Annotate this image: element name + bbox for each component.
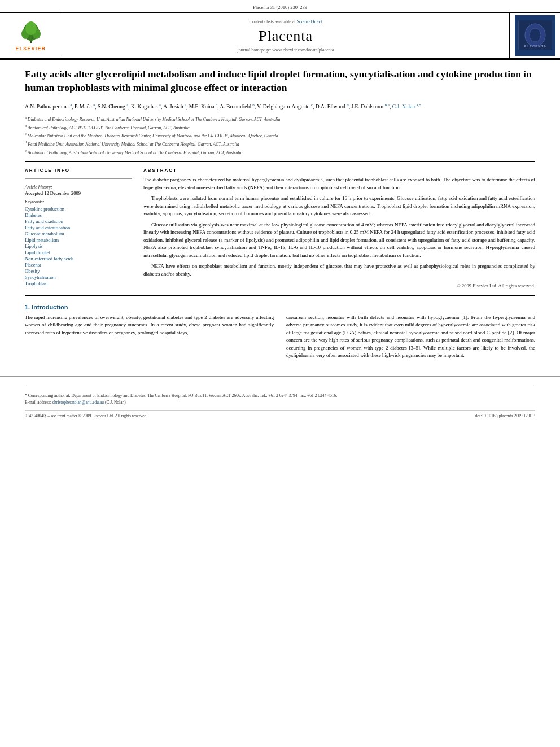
abstract-para-1: The diabetic pregnancy is characterized … [143,176,535,191]
svg-point-7 [530,28,541,42]
placenta-logo-box: PLACENTA [515,15,555,56]
footer-divider [25,387,535,387]
keyword-lipolysis[interactable]: Lipolysis [25,243,132,249]
keyword-lipid-droplet[interactable]: Lipid droplet [25,250,132,255]
keyword-placenta[interactable]: Placenta [25,262,132,268]
doi-text: Placenta 31 (2010) 230–239 [253,5,307,10]
intro-para-1: The rapid increasing prevalences of over… [25,314,274,337]
keyword-glucose[interactable]: Glucose metabolism [25,231,132,237]
corresponding-note: * Corresponding author at: Department of… [25,393,535,399]
intro-title: 1. Introduction [25,304,535,311]
svg-point-4 [25,21,37,35]
email-name: (C.J. Nolan). [105,400,127,405]
article-info-header: ARTICLE INFO [25,168,132,173]
footer-doi: doi:10.1016/j.placenta.2009.12.013 [475,413,535,418]
keyword-trophoblast[interactable]: Trophoblast [25,281,132,286]
affiliation-c: c Molecular Nutrition Unit and the Montr… [25,131,535,139]
copyright: © 2009 Elsevier Ltd. All rights reserved… [143,282,535,290]
affiliation-b: b Anatomical Pathology, ACT PATHOLOGY, T… [25,123,535,131]
header-divider [25,161,535,162]
intro-text-left: The rapid increasing prevalences of over… [25,314,274,337]
two-col-section: ARTICLE INFO Article history: Accepted 1… [25,168,535,290]
email-address[interactable]: christopher.nolan@anu.edu.au [53,400,104,405]
keyword-fa-esterification[interactable]: Fatty acid esterification [25,225,132,230]
intro-text-right: caesarean section, neonates with birth d… [286,314,535,360]
journal-center: Contents lists available at ScienceDirec… [62,13,509,58]
abstract-text: The diabetic pregnancy is characterized … [143,176,535,290]
affiliations: a Diabetes and Endocrinology Research Un… [25,115,535,156]
body-divider [25,295,535,296]
affiliation-a: a Diabetes and Endocrinology Research Un… [25,115,535,123]
keywords-list: Cytokine production Diabetes Fatty acid … [25,206,132,286]
keyword-obesity[interactable]: Obesity [25,268,132,274]
keyword-lipid[interactable]: Lipid metabolism [25,237,132,243]
page-footer: * Corresponding author at: Department of… [0,376,560,423]
placenta-logo: PLACENTA [509,13,560,58]
abstract-para-2: Trophoblasts were isolated from normal t… [143,195,535,218]
footer-issn: 0143-4004/$ – see front matter © 2009 El… [25,413,147,418]
keyword-diabetes[interactable]: Diabetes [25,212,132,218]
keywords-header: Keywords: [25,199,132,204]
placenta-logo-image: PLACENTA [518,21,552,49]
contents-line: Contents lists available at ScienceDirec… [250,19,322,24]
article-title: Fatty acids alter glycerolipid metabolis… [25,68,535,94]
info-divider [25,178,132,179]
abstract-col: ABSTRACT The diabetic pregnancy is chara… [143,168,535,290]
journal-title: Placenta [259,28,313,45]
keyword-syncytialisation[interactable]: Syncytialisation [25,274,132,280]
abstract-header: ABSTRACT [143,168,535,173]
article-content: Fatty acids alter glycerolipid metabolis… [0,60,560,368]
intro-col-right: caesarean section, neonates with birth d… [286,314,535,362]
sciencedirect-link[interactable]: ScienceDirect [297,19,322,24]
doi-line: Placenta 31 (2010) 230–239 [0,3,560,12]
email-line: E-mail address: christopher.nolan@anu.ed… [25,400,535,406]
journal-header: Placenta 31 (2010) 230–239 ELSEVIER Cont… [0,0,560,60]
accepted-date: Accepted 12 December 2009 [25,190,132,196]
elsevier-logo: ELSEVIER [0,13,62,58]
footer-bottom: 0143-4004/$ – see front matter © 2009 El… [25,410,535,418]
history-label: Article history: [25,185,132,190]
article-info-col: ARTICLE INFO Article history: Accepted 1… [25,168,132,290]
authors-line: A.N. Pathmaperuma a, P. Maña a, S.N. Che… [25,102,535,111]
svg-text:PLACENTA: PLACENTA [523,45,546,48]
keyword-cytokine[interactable]: Cytokine production [25,206,132,212]
journal-homepage: journal homepage: www.elsevier.com/locat… [238,47,334,53]
abstract-para-3: Glucose utilisation via glycolysis was n… [143,221,535,260]
abstract-para-4: NEFA have effects on trophoblast metabol… [143,263,535,278]
elsevier-tree-icon [15,20,47,44]
keyword-fa-oxidation[interactable]: Fatty acid oxidation [25,219,132,224]
intro-section: 1. Introduction The rapid increasing pre… [25,304,535,362]
intro-para-2: caesarean section, neonates with birth d… [286,314,535,360]
intro-col-left: The rapid increasing prevalences of over… [25,314,274,362]
email-label: E-mail address: [25,400,51,405]
page: Placenta 31 (2010) 230–239 ELSEVIER Cont… [0,0,560,747]
keyword-nefa[interactable]: Non-esterified fatty acids [25,256,132,261]
intro-two-col: The rapid increasing prevalences of over… [25,314,535,362]
affiliation-d: d Fetal Medicine Unit, Australian Nation… [25,139,535,147]
journal-header-main: ELSEVIER Contents lists available at Sci… [0,12,560,59]
affiliation-e: e Anatomical Pathology, Australian Natio… [25,148,535,156]
elsevier-label: ELSEVIER [15,46,46,51]
